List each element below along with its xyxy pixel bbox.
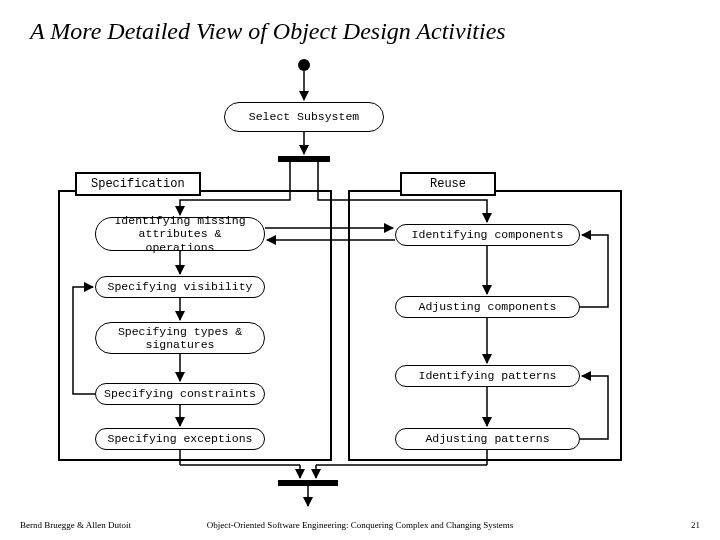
footer-authors: Bernd Bruegge & Allen Dutoit: [20, 520, 131, 530]
flow-arrows: [0, 0, 720, 540]
svg-rect-3: [278, 156, 330, 162]
footer-book-title: Object-Oriented Software Engineering: Co…: [207, 520, 514, 530]
svg-rect-19: [278, 480, 338, 486]
footer-page-number: 21: [691, 520, 700, 530]
svg-point-0: [298, 59, 310, 71]
